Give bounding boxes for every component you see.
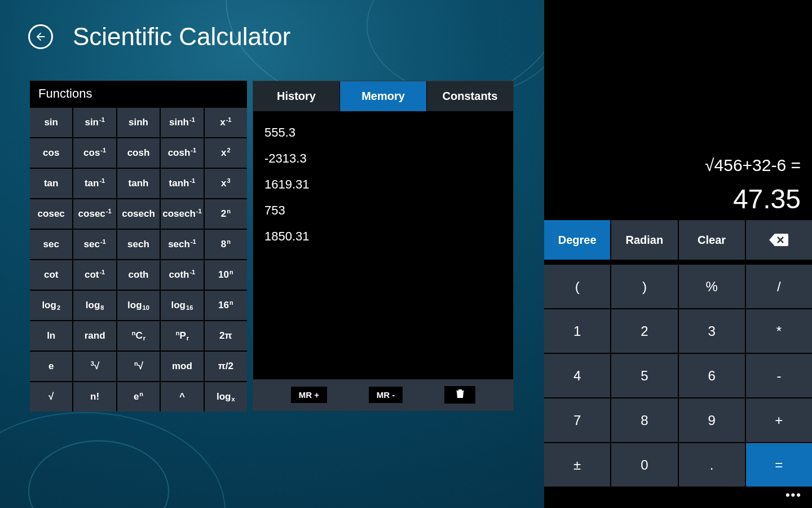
function-button[interactable]: nCr — [117, 321, 160, 351]
back-button[interactable] — [28, 24, 53, 49]
function-button[interactable]: nPr — [161, 321, 203, 351]
key-[interactable]: ± — [544, 443, 610, 487]
key-[interactable]: - — [746, 354, 812, 397]
function-button[interactable]: log8 — [73, 291, 116, 320]
function-button[interactable]: √ — [30, 382, 72, 411]
key-[interactable]: = — [746, 443, 812, 487]
backspace-icon — [769, 234, 788, 246]
function-button[interactable]: sech — [117, 230, 160, 259]
key-5[interactable]: 5 — [611, 354, 677, 397]
function-button[interactable]: 2π — [205, 321, 247, 351]
key-6[interactable]: 6 — [679, 354, 745, 397]
tab-history[interactable]: History — [253, 81, 340, 111]
function-button[interactable]: en — [117, 382, 160, 411]
function-button[interactable]: x2 — [205, 138, 247, 168]
function-button[interactable]: ^ — [161, 382, 203, 411]
function-button[interactable]: cosh-1 — [161, 138, 203, 168]
function-button[interactable]: 16n — [205, 291, 247, 320]
function-button[interactable]: sinh-1 — [161, 108, 203, 137]
tab-memory[interactable]: Memory — [340, 81, 427, 111]
function-button[interactable]: cosec — [30, 199, 72, 229]
decorative-swirl — [28, 440, 169, 508]
function-button[interactable]: logx — [205, 382, 247, 411]
radian-button[interactable]: Radian — [611, 220, 677, 260]
function-button[interactable]: 2n — [205, 199, 247, 229]
key-[interactable]: / — [746, 265, 812, 308]
function-button[interactable]: ln — [30, 321, 72, 351]
function-button[interactable]: cos — [30, 138, 72, 168]
function-button[interactable]: cot-1 — [73, 260, 116, 290]
key-9[interactable]: 9 — [679, 398, 745, 442]
function-button[interactable]: cos-1 — [73, 138, 116, 168]
key-8[interactable]: 8 — [611, 398, 677, 442]
function-button[interactable]: 3√ — [73, 352, 116, 381]
memory-item[interactable]: -2313.3 — [264, 146, 502, 172]
function-button[interactable]: log16 — [161, 291, 203, 320]
function-button[interactable]: cosh — [117, 138, 160, 168]
function-button[interactable]: n√ — [117, 352, 160, 381]
function-button[interactable]: cosec-1 — [73, 199, 116, 229]
key-[interactable]: ) — [611, 265, 677, 308]
function-button[interactable]: tanh-1 — [161, 169, 203, 198]
key-2[interactable]: 2 — [611, 309, 677, 353]
memory-item[interactable]: 1619.31 — [264, 172, 502, 198]
trash-icon — [456, 389, 464, 398]
key-[interactable]: * — [746, 309, 812, 353]
function-button[interactable]: e — [30, 352, 72, 381]
function-button[interactable]: sinh — [117, 108, 160, 137]
result-display: 47.35 — [733, 183, 801, 214]
memory-item[interactable]: 555.3 — [264, 120, 502, 146]
function-button[interactable]: log2 — [30, 291, 72, 320]
function-button[interactable]: rand — [73, 321, 116, 351]
function-button[interactable]: 8n — [205, 230, 247, 259]
memory-item[interactable]: 753 — [264, 198, 502, 224]
functions-title: Functions — [30, 81, 247, 108]
tab-constants[interactable]: Constants — [427, 81, 513, 111]
decorative-swirl — [0, 412, 226, 508]
arrow-left-icon — [34, 30, 47, 43]
function-button[interactable]: tanh — [117, 169, 160, 198]
degree-button[interactable]: Degree — [544, 220, 610, 260]
expression-display: √456+32-6 = — [705, 156, 801, 175]
function-button[interactable]: tan — [30, 169, 72, 198]
function-button[interactable]: cot — [30, 260, 72, 290]
functions-panel: Functions sinsin-1sinhsinh-1x-1coscos-1c… — [30, 81, 247, 411]
key-[interactable]: + — [746, 398, 812, 442]
page-title: Scientific Calculator — [73, 23, 290, 51]
function-button[interactable]: sec — [30, 230, 72, 259]
key-0[interactable]: 0 — [611, 443, 677, 487]
memory-item[interactable]: 1850.31 — [264, 224, 502, 249]
more-button[interactable]: ••• — [785, 488, 802, 502]
key-7[interactable]: 7 — [544, 398, 610, 442]
key-3[interactable]: 3 — [679, 309, 745, 353]
key-[interactable]: . — [679, 443, 745, 487]
function-button[interactable]: sech-1 — [161, 230, 203, 259]
function-button[interactable]: sin — [30, 108, 72, 137]
function-button[interactable]: mod — [161, 352, 203, 381]
function-button[interactable]: 10n — [205, 260, 247, 290]
function-button[interactable]: n! — [73, 382, 116, 411]
memory-panel: HistoryMemoryConstants 555.3-2313.31619.… — [253, 81, 514, 411]
calculator-panel: √456+32-6 = 47.35 DegreeRadianClear()%/1… — [544, 0, 812, 508]
function-button[interactable]: coth — [117, 260, 160, 290]
clear-button[interactable]: Clear — [679, 220, 745, 260]
backspace-button[interactable] — [746, 220, 812, 260]
key-[interactable]: ( — [544, 265, 610, 308]
key-[interactable]: % — [679, 265, 745, 308]
mr-plus-button[interactable]: MR + — [291, 387, 327, 403]
function-button[interactable]: x-1 — [205, 108, 247, 137]
key-4[interactable]: 4 — [544, 354, 610, 397]
key-1[interactable]: 1 — [544, 309, 610, 353]
function-button[interactable]: x3 — [205, 169, 247, 198]
function-button[interactable]: cosech-1 — [161, 199, 203, 229]
function-button[interactable]: sin-1 — [73, 108, 116, 137]
memory-delete-button[interactable] — [444, 386, 475, 404]
function-button[interactable]: log10 — [117, 291, 160, 320]
function-button[interactable]: coth-1 — [161, 260, 203, 290]
function-button[interactable]: π/2 — [205, 352, 247, 381]
function-button[interactable]: tan-1 — [73, 169, 116, 198]
function-button[interactable]: cosech — [117, 199, 160, 229]
function-button[interactable]: sec-1 — [73, 230, 116, 259]
mr-minus-button[interactable]: MR - — [369, 387, 403, 403]
